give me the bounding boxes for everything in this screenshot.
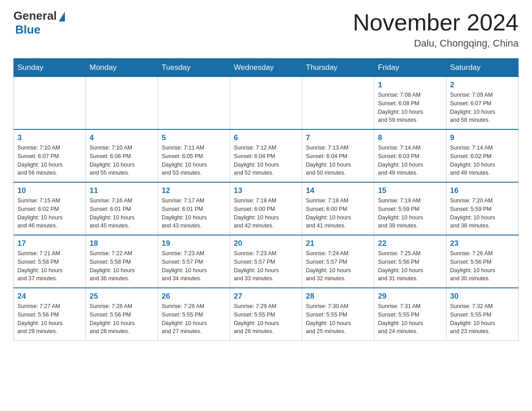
day-info: Sunrise: 7:23 AM Sunset: 5:57 PM Dayligh… — [162, 249, 226, 283]
day-number: 3 — [17, 133, 82, 142]
calendar-cell: 5Sunrise: 7:11 AM Sunset: 6:05 PM Daylig… — [158, 129, 230, 182]
day-info: Sunrise: 7:24 AM Sunset: 5:57 PM Dayligh… — [306, 249, 370, 283]
calendar-week-2: 3Sunrise: 7:10 AM Sunset: 6:07 PM Daylig… — [14, 129, 519, 182]
calendar-cell: 16Sunrise: 7:20 AM Sunset: 5:59 PM Dayli… — [446, 182, 519, 235]
calendar-cell — [158, 77, 230, 130]
day-number: 10 — [17, 186, 82, 195]
day-number: 13 — [234, 186, 298, 195]
day-info: Sunrise: 7:22 AM Sunset: 5:58 PM Dayligh… — [90, 249, 154, 283]
calendar-cell — [86, 77, 158, 130]
calendar-cell: 20Sunrise: 7:23 AM Sunset: 5:57 PM Dayli… — [230, 235, 302, 288]
calendar-cell: 7Sunrise: 7:13 AM Sunset: 6:04 PM Daylig… — [302, 129, 374, 182]
day-number: 30 — [450, 292, 515, 301]
logo-blue-text: Blue — [15, 23, 40, 37]
day-number: 15 — [378, 186, 442, 195]
day-info: Sunrise: 7:25 AM Sunset: 5:56 PM Dayligh… — [378, 249, 442, 283]
calendar-cell: 11Sunrise: 7:16 AM Sunset: 6:01 PM Dayli… — [86, 182, 158, 235]
calendar-cell: 9Sunrise: 7:14 AM Sunset: 6:02 PM Daylig… — [446, 129, 519, 182]
day-number: 24 — [17, 292, 82, 301]
calendar-cell: 26Sunrise: 7:28 AM Sunset: 5:55 PM Dayli… — [158, 288, 230, 341]
calendar-week-3: 10Sunrise: 7:15 AM Sunset: 6:02 PM Dayli… — [14, 182, 519, 235]
day-number: 11 — [90, 186, 154, 195]
day-info: Sunrise: 7:18 AM Sunset: 6:00 PM Dayligh… — [234, 197, 298, 230]
day-number: 25 — [90, 292, 154, 301]
calendar-cell: 21Sunrise: 7:24 AM Sunset: 5:57 PM Dayli… — [302, 235, 374, 288]
day-number: 14 — [306, 186, 370, 195]
weekday-header-friday: Friday — [374, 59, 446, 77]
day-info: Sunrise: 7:13 AM Sunset: 6:04 PM Dayligh… — [306, 144, 370, 177]
calendar-body: 1Sunrise: 7:08 AM Sunset: 6:08 PM Daylig… — [14, 77, 519, 341]
calendar-cell: 27Sunrise: 7:29 AM Sunset: 5:55 PM Dayli… — [230, 288, 302, 341]
day-info: Sunrise: 7:09 AM Sunset: 6:07 PM Dayligh… — [450, 91, 515, 124]
day-info: Sunrise: 7:32 AM Sunset: 5:55 PM Dayligh… — [450, 302, 515, 336]
title-section: November 2024 Dalu, Chongqing, China — [353, 9, 519, 49]
day-number: 17 — [17, 239, 82, 248]
calendar-cell: 10Sunrise: 7:15 AM Sunset: 6:02 PM Dayli… — [14, 182, 86, 235]
day-info: Sunrise: 7:12 AM Sunset: 6:04 PM Dayligh… — [234, 144, 298, 177]
day-info: Sunrise: 7:14 AM Sunset: 6:03 PM Dayligh… — [378, 144, 442, 177]
calendar-cell — [302, 77, 374, 130]
day-number: 22 — [378, 239, 442, 248]
day-number: 1 — [378, 81, 442, 90]
day-info: Sunrise: 7:20 AM Sunset: 5:59 PM Dayligh… — [450, 197, 515, 230]
calendar-header: SundayMondayTuesdayWednesdayThursdayFrid… — [14, 59, 519, 77]
calendar-week-4: 17Sunrise: 7:21 AM Sunset: 5:58 PM Dayli… — [14, 235, 519, 288]
day-number: 20 — [234, 239, 298, 248]
calendar-cell: 18Sunrise: 7:22 AM Sunset: 5:58 PM Dayli… — [86, 235, 158, 288]
day-info: Sunrise: 7:18 AM Sunset: 6:00 PM Dayligh… — [306, 197, 370, 230]
calendar-cell: 4Sunrise: 7:10 AM Sunset: 6:06 PM Daylig… — [86, 129, 158, 182]
day-number: 18 — [90, 239, 154, 248]
day-number: 28 — [306, 292, 370, 301]
weekday-header-sunday: Sunday — [14, 59, 86, 77]
day-info: Sunrise: 7:16 AM Sunset: 6:01 PM Dayligh… — [90, 197, 154, 230]
weekday-header-saturday: Saturday — [446, 59, 519, 77]
day-info: Sunrise: 7:15 AM Sunset: 6:02 PM Dayligh… — [17, 197, 82, 230]
logo-triangle-icon — [59, 12, 65, 21]
day-number: 4 — [90, 133, 154, 142]
calendar-cell: 2Sunrise: 7:09 AM Sunset: 6:07 PM Daylig… — [446, 77, 519, 130]
day-info: Sunrise: 7:17 AM Sunset: 6:01 PM Dayligh… — [162, 197, 226, 230]
day-number: 8 — [378, 133, 442, 142]
day-info: Sunrise: 7:26 AM Sunset: 5:56 PM Dayligh… — [450, 249, 515, 283]
day-info: Sunrise: 7:27 AM Sunset: 5:56 PM Dayligh… — [17, 302, 82, 336]
calendar-cell: 1Sunrise: 7:08 AM Sunset: 6:08 PM Daylig… — [374, 77, 446, 130]
day-info: Sunrise: 7:14 AM Sunset: 6:02 PM Dayligh… — [450, 144, 515, 177]
day-number: 12 — [162, 186, 226, 195]
day-info: Sunrise: 7:28 AM Sunset: 5:56 PM Dayligh… — [90, 302, 154, 336]
calendar-cell: 23Sunrise: 7:26 AM Sunset: 5:56 PM Dayli… — [446, 235, 519, 288]
day-number: 19 — [162, 239, 226, 248]
calendar-cell: 3Sunrise: 7:10 AM Sunset: 6:07 PM Daylig… — [14, 129, 86, 182]
day-info: Sunrise: 7:23 AM Sunset: 5:57 PM Dayligh… — [234, 249, 298, 283]
calendar-cell — [14, 77, 86, 130]
day-info: Sunrise: 7:28 AM Sunset: 5:55 PM Dayligh… — [162, 302, 226, 336]
calendar-cell: 15Sunrise: 7:19 AM Sunset: 5:59 PM Dayli… — [374, 182, 446, 235]
location-text: Dalu, Chongqing, China — [353, 38, 519, 49]
calendar-cell: 14Sunrise: 7:18 AM Sunset: 6:00 PM Dayli… — [302, 182, 374, 235]
calendar-cell: 25Sunrise: 7:28 AM Sunset: 5:56 PM Dayli… — [86, 288, 158, 341]
calendar-cell: 12Sunrise: 7:17 AM Sunset: 6:01 PM Dayli… — [158, 182, 230, 235]
logo-general-text: General — [13, 9, 57, 23]
calendar-week-5: 24Sunrise: 7:27 AM Sunset: 5:56 PM Dayli… — [14, 288, 519, 341]
day-number: 29 — [378, 292, 442, 301]
month-title: November 2024 — [353, 9, 519, 36]
day-number: 27 — [234, 292, 298, 301]
calendar-cell — [230, 77, 302, 130]
page-header: General Blue November 2024 Dalu, Chongqi… — [13, 9, 519, 49]
day-number: 21 — [306, 239, 370, 248]
day-info: Sunrise: 7:21 AM Sunset: 5:58 PM Dayligh… — [17, 249, 82, 283]
day-number: 5 — [162, 133, 226, 142]
calendar-cell: 28Sunrise: 7:30 AM Sunset: 5:55 PM Dayli… — [302, 288, 374, 341]
weekday-header-monday: Monday — [86, 59, 158, 77]
day-info: Sunrise: 7:29 AM Sunset: 5:55 PM Dayligh… — [234, 302, 298, 336]
day-info: Sunrise: 7:08 AM Sunset: 6:08 PM Dayligh… — [378, 91, 442, 124]
calendar-cell: 24Sunrise: 7:27 AM Sunset: 5:56 PM Dayli… — [14, 288, 86, 341]
calendar-cell: 17Sunrise: 7:21 AM Sunset: 5:58 PM Dayli… — [14, 235, 86, 288]
day-number: 2 — [450, 81, 515, 90]
day-info: Sunrise: 7:19 AM Sunset: 5:59 PM Dayligh… — [378, 197, 442, 230]
calendar-cell: 22Sunrise: 7:25 AM Sunset: 5:56 PM Dayli… — [374, 235, 446, 288]
calendar-cell: 19Sunrise: 7:23 AM Sunset: 5:57 PM Dayli… — [158, 235, 230, 288]
calendar-week-1: 1Sunrise: 7:08 AM Sunset: 6:08 PM Daylig… — [14, 77, 519, 130]
logo: General Blue — [13, 9, 65, 37]
weekday-header-thursday: Thursday — [302, 59, 374, 77]
calendar-cell: 30Sunrise: 7:32 AM Sunset: 5:55 PM Dayli… — [446, 288, 519, 341]
